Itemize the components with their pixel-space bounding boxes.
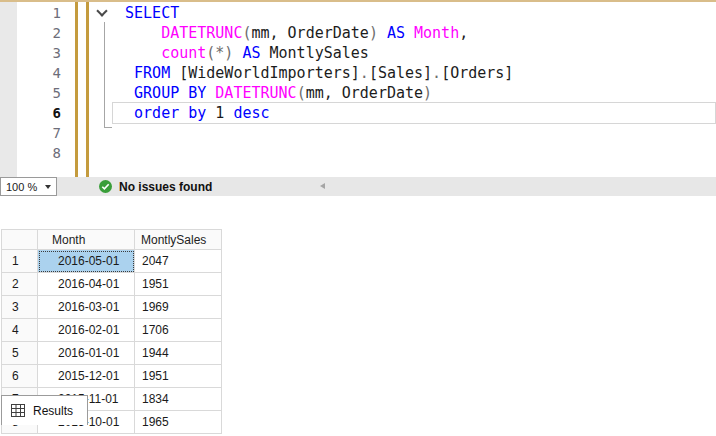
code-line-3[interactable]: count(*) AS MontlySales bbox=[116, 43, 513, 63]
row-number[interactable]: 3 bbox=[2, 296, 38, 319]
table-row: 12016-05-012047 bbox=[2, 250, 222, 273]
tab-label: Results bbox=[33, 404, 73, 418]
code-token: mm, OrderDate bbox=[306, 84, 423, 102]
line-number-1[interactable]: 1 bbox=[17, 3, 63, 23]
code-line-7[interactable] bbox=[116, 123, 513, 143]
grid-corner-cell[interactable] bbox=[2, 230, 38, 250]
row-number[interactable]: 5 bbox=[2, 342, 38, 365]
code-token: . bbox=[432, 64, 441, 82]
code-token bbox=[405, 24, 414, 42]
change-tracking-bar bbox=[75, 2, 78, 177]
grid-cell[interactable]: 1706 bbox=[135, 319, 222, 342]
grid-cell[interactable]: 2016-03-01 bbox=[38, 296, 135, 319]
line-number-5[interactable]: 5 bbox=[17, 83, 63, 103]
code-token: DATETRUNC bbox=[161, 24, 242, 42]
code-token: order by bbox=[134, 104, 206, 122]
code-token bbox=[261, 44, 270, 62]
code-line-2[interactable]: DATETRUNC(mm, OrderDate) AS Month, bbox=[116, 23, 513, 43]
grid-cell[interactable]: 2015-12-01 bbox=[38, 365, 135, 388]
code-token: ) bbox=[369, 24, 378, 42]
grid-cell[interactable]: 1969 bbox=[135, 296, 222, 319]
code-line-1[interactable]: SELECT bbox=[116, 3, 513, 23]
editor-indicator-margin bbox=[0, 2, 17, 177]
code-line-8[interactable] bbox=[116, 143, 513, 163]
arrow-left-icon[interactable] bbox=[320, 183, 325, 189]
code-token bbox=[116, 24, 161, 42]
zoom-level-select[interactable]: 100 % bbox=[0, 177, 57, 196]
ssms-query-window: 12345678 SELECT DATETRUNC(mm, OrderDate)… bbox=[0, 0, 716, 436]
table-row: 42016-02-011706 bbox=[2, 319, 222, 342]
editor-top-accent-line bbox=[0, 0, 716, 2]
line-number-gutter: 12345678 bbox=[17, 3, 63, 163]
grid-cell[interactable]: 2016-02-01 bbox=[38, 319, 135, 342]
results-tab-bar: Results Messages bbox=[0, 196, 716, 229]
line-number-3[interactable]: 3 bbox=[17, 43, 63, 63]
column-header-MontlySales[interactable]: MontlySales bbox=[135, 230, 222, 250]
code-token bbox=[116, 4, 125, 22]
code-token: Month bbox=[414, 24, 459, 42]
code-token: GROUP BY bbox=[134, 84, 206, 102]
line-number-8[interactable]: 8 bbox=[17, 143, 63, 163]
sql-editor[interactable]: 12345678 SELECT DATETRUNC(mm, OrderDate)… bbox=[0, 0, 716, 177]
grid-cell[interactable]: 1951 bbox=[135, 365, 222, 388]
line-number-7[interactable]: 7 bbox=[17, 123, 63, 143]
row-number[interactable]: 6 bbox=[2, 365, 38, 388]
code-token bbox=[116, 44, 161, 62]
column-header-Month[interactable]: Month bbox=[38, 230, 135, 250]
code-token: count bbox=[161, 44, 206, 62]
code-area[interactable]: SELECT DATETRUNC(mm, OrderDate) AS Month… bbox=[116, 3, 513, 163]
code-token: MontlySales bbox=[270, 44, 369, 62]
table-row: 52016-01-011944 bbox=[2, 342, 222, 365]
code-token bbox=[116, 104, 134, 122]
row-number[interactable]: 2 bbox=[2, 273, 38, 296]
table-row: 62015-12-011951 bbox=[2, 365, 222, 388]
grid-cell[interactable]: 2016-05-01 bbox=[38, 250, 135, 273]
grid-cell[interactable]: 1944 bbox=[135, 342, 222, 365]
grid-header-row: MonthMontlySales bbox=[2, 230, 222, 250]
code-token: , bbox=[459, 24, 468, 42]
grid-cell[interactable]: 2047 bbox=[135, 250, 222, 273]
zoom-level-value: 100 % bbox=[6, 181, 45, 193]
code-token: desc bbox=[233, 104, 269, 122]
code-token bbox=[206, 84, 215, 102]
code-token bbox=[116, 64, 134, 82]
line-number-2[interactable]: 2 bbox=[17, 23, 63, 43]
code-line-5[interactable]: GROUP BY DATETRUNC(mm, OrderDate) bbox=[116, 83, 513, 103]
grid-cell[interactable]: 1951 bbox=[135, 273, 222, 296]
check-circle-icon bbox=[99, 180, 112, 193]
status-message: No issues found bbox=[119, 180, 212, 194]
code-token: [Orders] bbox=[441, 64, 513, 82]
grid-cell[interactable]: 2016-04-01 bbox=[38, 273, 135, 296]
code-line-4[interactable]: FROM [WideWorldImporters].[Sales].[Order… bbox=[116, 63, 513, 83]
grid-cell[interactable]: 2016-01-01 bbox=[38, 342, 135, 365]
table-row: 22016-04-011951 bbox=[2, 273, 222, 296]
code-token: ( bbox=[297, 84, 306, 102]
row-number[interactable]: 4 bbox=[2, 319, 38, 342]
line-number-6[interactable]: 6 bbox=[17, 103, 63, 123]
chevron-down-icon[interactable] bbox=[96, 5, 107, 16]
code-line-6[interactable]: order by 1 desc bbox=[116, 103, 513, 123]
code-token: SELECT bbox=[125, 4, 179, 22]
tab-results[interactable]: Results bbox=[1, 395, 88, 425]
grid-cell[interactable]: 1965 bbox=[135, 411, 222, 434]
code-token: AS bbox=[242, 44, 260, 62]
code-token: DATETRUNC bbox=[215, 84, 296, 102]
table-row: 32016-03-011969 bbox=[2, 296, 222, 319]
fold-region-end-tick bbox=[104, 127, 112, 128]
code-token bbox=[116, 84, 134, 102]
code-token: (*) bbox=[206, 44, 233, 62]
fold-region-line bbox=[104, 22, 105, 127]
chevron-down-icon bbox=[45, 185, 51, 189]
grid-cell[interactable]: 1834 bbox=[135, 388, 222, 411]
code-token: 1 bbox=[206, 104, 233, 122]
row-number[interactable]: 1 bbox=[2, 250, 38, 273]
health-status: No issues found bbox=[99, 177, 212, 196]
table-grid-icon bbox=[11, 404, 25, 417]
change-tracking-bar bbox=[86, 2, 89, 177]
code-token: . bbox=[360, 64, 369, 82]
line-number-4[interactable]: 4 bbox=[17, 63, 63, 83]
code-token: mm, OrderDate bbox=[251, 24, 368, 42]
code-token: ) bbox=[423, 84, 432, 102]
code-token: [Sales] bbox=[369, 64, 432, 82]
code-token: AS bbox=[387, 24, 405, 42]
